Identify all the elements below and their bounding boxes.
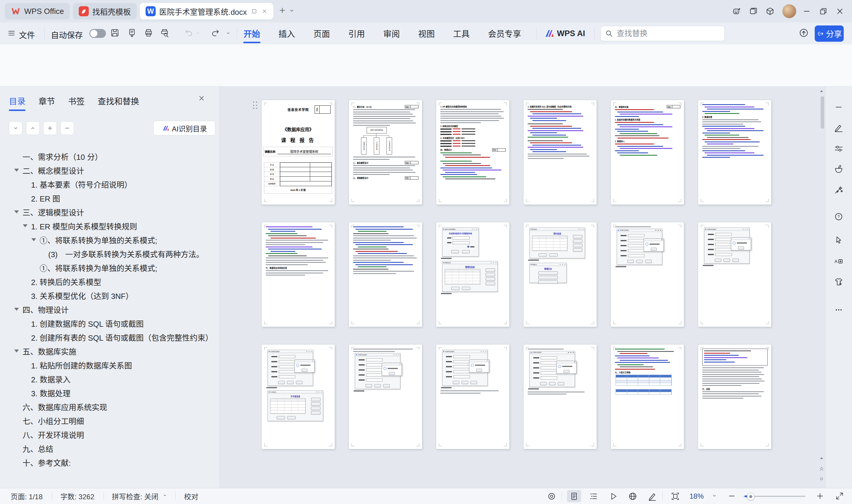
toc-item-16[interactable]: 1. 粘贴所创建的数据库关系图 — [0, 360, 220, 370]
zoom-level[interactable]: 18% — [690, 488, 704, 504]
tab-list-icon[interactable] — [749, 7, 758, 16]
toc-item-20[interactable]: 七、小组分工明细 — [0, 415, 220, 426]
side-button[interactable] — [486, 282, 495, 285]
form-button[interactable] — [558, 382, 564, 385]
toc-item-22[interactable]: 九、总结 — [0, 443, 220, 453]
undo-icon[interactable] — [184, 28, 194, 38]
print-icon[interactable] — [144, 28, 153, 38]
form-button[interactable] — [278, 381, 285, 384]
toc-item-14[interactable]: 2. 创建所有表的 SQL 语句或截图（包含完整性约束） — [0, 332, 220, 342]
document-canvas[interactable]: 信息技术学院成绩《数据库应用》课 程 报 告课题名称:医院手术室管理系统专 业班… — [220, 87, 826, 488]
bottom-button[interactable] — [549, 253, 558, 257]
pane-tab-4[interactable]: 查找和替换 — [98, 95, 139, 111]
page-thumbnail-7[interactable]: 六、数据库应用系统实现 — [261, 222, 335, 327]
restore-icon[interactable] — [819, 7, 828, 16]
form-button[interactable] — [628, 260, 634, 263]
toc-item-12[interactable]: 四、物理设计 — [0, 304, 220, 314]
pane-tab-3[interactable]: 书签 — [68, 95, 85, 111]
side-button[interactable] — [573, 235, 582, 238]
page-thumbnail-1[interactable]: 信息技术学院成绩《数据库应用》课 程 报 告课题名称:医院手术室管理系统专 业班… — [261, 100, 335, 204]
more-tools-icon[interactable] — [834, 305, 844, 314]
collapse-arrow-icon[interactable] — [23, 224, 28, 227]
find-replace-box[interactable] — [600, 26, 725, 41]
side-button[interactable] — [311, 402, 321, 406]
zoom-in-icon[interactable] — [816, 491, 824, 501]
zoom-out-icon[interactable] — [727, 491, 736, 501]
toc-item-7[interactable]: ①、将联系转换为单独的关系模式; — [0, 235, 220, 245]
prev-page-icon[interactable] — [819, 466, 824, 471]
form-button[interactable] — [365, 384, 372, 388]
collapse-arrow-icon[interactable] — [14, 169, 19, 172]
page-thumbnail-9[interactable]: 医院手术室管理系统欢迎使用医院手术室管理系统管理员信息管理员信息 — [436, 222, 509, 327]
undo-chevron-icon[interactable] — [195, 31, 201, 36]
redo-icon[interactable] — [211, 28, 220, 38]
fine-tune-icon[interactable] — [834, 144, 844, 153]
form-button[interactable] — [715, 259, 721, 262]
collapse-all-button[interactable] — [26, 121, 40, 135]
zoom-chevron-icon[interactable] — [711, 493, 717, 499]
form-button[interactable] — [471, 381, 477, 384]
select-mode-icon[interactable] — [834, 236, 844, 245]
ribbon-tab-7[interactable]: 工具 — [444, 22, 479, 44]
bottom-button[interactable] — [287, 416, 296, 419]
bottom-button[interactable] — [277, 416, 285, 419]
fullscreen-icon[interactable] — [835, 491, 844, 501]
form-button[interactable] — [540, 382, 547, 385]
page-drag-handle[interactable] — [253, 102, 258, 110]
form-button[interactable] — [374, 384, 381, 388]
side-button[interactable] — [486, 277, 495, 281]
page-thumbnail-17[interactable]: 七、小组分工明细 — [611, 344, 684, 449]
form-button[interactable] — [296, 381, 303, 384]
search-input[interactable] — [616, 29, 715, 38]
toc-item-3[interactable]: 1. 基本要素（符号介绍说明） — [0, 179, 220, 189]
dialog-ok-button[interactable] — [563, 370, 569, 373]
web-view-icon[interactable] — [628, 491, 637, 501]
toc-item-1[interactable]: 一、需求分析（10 分） — [0, 151, 220, 161]
toc-item-17[interactable]: 2. 数据录入 — [0, 374, 220, 384]
focus-mode-icon[interactable] — [547, 491, 556, 501]
toc-item-18[interactable]: 3. 数据处理 — [0, 388, 220, 398]
form-button[interactable] — [636, 260, 643, 263]
toc-item-19[interactable]: 六、数据库应用系统实现 — [0, 401, 220, 412]
page-thumbnail-2[interactable]: 一、需求分析（10 分）完成人医院手术室管理系统管理员信息手术室信息手术预约信息… — [349, 100, 422, 204]
scrollbar-thumb[interactable] — [821, 96, 824, 129]
zoom-out-toc-button[interactable] — [60, 121, 74, 135]
outline-view-icon[interactable] — [589, 491, 598, 501]
output-pdf-icon[interactable] — [127, 28, 137, 38]
dialog-ok-button[interactable] — [476, 369, 482, 372]
word-count[interactable]: 字数: 3262 — [60, 488, 94, 504]
menu-button[interactable] — [538, 280, 558, 284]
autosave-toggle[interactable] — [89, 29, 106, 38]
collapse-arrow-icon[interactable] — [14, 349, 19, 353]
form-button[interactable] — [383, 384, 390, 388]
collapse-handle-icon[interactable] — [834, 103, 844, 112]
ai-assistant-icon[interactable] — [732, 7, 741, 16]
ribbon-tab-1[interactable]: 开始 — [234, 22, 269, 44]
tab-list-chevron-icon[interactable] — [288, 6, 295, 16]
toc-item-6[interactable]: 1. ER 模型向关系模型转换规则 — [0, 221, 220, 231]
dialog-ok-button[interactable] — [302, 369, 307, 372]
redo-chevron-icon[interactable] — [225, 31, 231, 36]
toc-item-9[interactable]: ①、将联系转换为单独的关系模式; — [0, 263, 220, 273]
tab-close-icon[interactable] — [261, 8, 268, 14]
ribbon-tab-4[interactable]: 引用 — [339, 22, 374, 44]
pane-close-icon[interactable] — [198, 94, 205, 102]
page-thumbnail-16[interactable]: 手术预约信息操作 — [524, 344, 597, 449]
user-avatar[interactable] — [782, 4, 796, 18]
docer-resources-icon[interactable] — [834, 165, 844, 174]
app-tab-1[interactable]: WPS Office — [5, 3, 70, 20]
ribbon-tab-5[interactable]: 审阅 — [374, 22, 409, 44]
toc-item-8[interactable]: (3) 一对多联系转换为关系模式有两种方法。 — [0, 249, 220, 259]
print-preview-icon[interactable] — [160, 28, 169, 38]
spell-check-status[interactable]: 拼写检查: 关闭 — [112, 488, 158, 504]
page-thumbnail-10[interactable]: 预约信息预约信息管理后台管理后台 — [524, 222, 597, 327]
form-button[interactable] — [549, 382, 556, 385]
form-button[interactable] — [453, 381, 459, 384]
collapse-arrow-icon[interactable] — [14, 211, 19, 213]
translate-mode-icon[interactable]: A — [834, 256, 844, 266]
app-tab-2[interactable]: 找稻壳模板 — [73, 3, 137, 20]
scroll-up-icon[interactable] — [818, 88, 825, 94]
tab-preview-icon[interactable] — [251, 8, 257, 15]
ribbon-tab-6[interactable]: 视图 — [409, 22, 444, 44]
toc-item-10[interactable]: 2. 转换后的关系模型 — [0, 276, 220, 287]
